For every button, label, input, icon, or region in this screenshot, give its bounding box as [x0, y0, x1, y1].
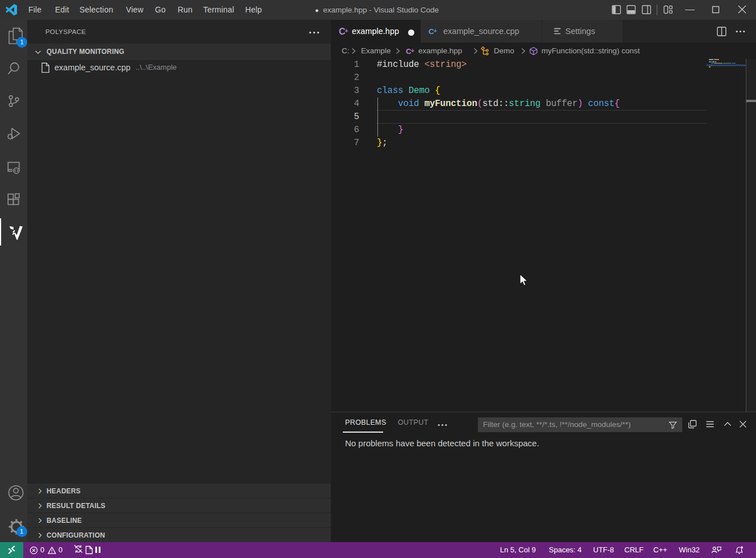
svg-text:+: + — [411, 48, 414, 54]
svg-text:+: + — [345, 28, 348, 34]
svg-text:+: + — [434, 28, 437, 34]
